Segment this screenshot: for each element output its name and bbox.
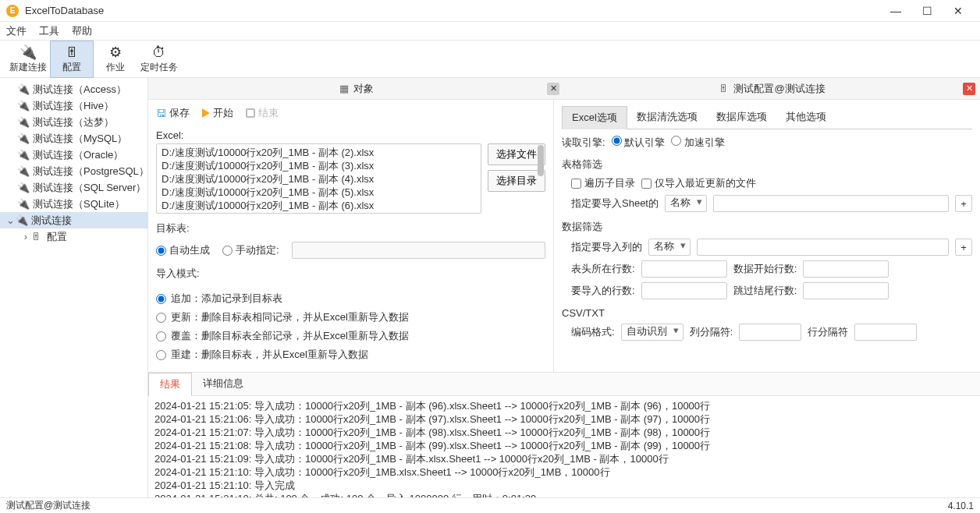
tab-result[interactable]: 结果 bbox=[148, 373, 192, 396]
tab-db-options[interactable]: 数据库选项 bbox=[707, 106, 776, 129]
plug-icon: 🔌 bbox=[17, 182, 28, 193]
file-row[interactable]: D:/速度测试/10000行x20列_1MB - 副本 (4).xlsx bbox=[162, 172, 476, 186]
plug-icon: 🔌 bbox=[17, 166, 28, 177]
sheet-spec-input[interactable] bbox=[713, 195, 949, 212]
add-sheet-button[interactable]: + bbox=[955, 195, 972, 212]
log-row: 2024-01-21 15:21:09: 导入成功：10000行x20列_1MB… bbox=[154, 452, 974, 465]
sidebar-item-dameng[interactable]: 🔌测试连接（达梦） bbox=[0, 114, 147, 130]
excel-label: Excel: bbox=[156, 129, 545, 141]
end-button[interactable]: 结束 bbox=[246, 106, 279, 120]
tab-detail[interactable]: 详细信息 bbox=[192, 373, 254, 395]
minimize-button[interactable]: — bbox=[880, 2, 911, 20]
toolbar-job[interactable]: ⚙作业 bbox=[94, 41, 137, 78]
col-sep-label: 列分隔符: bbox=[690, 325, 733, 339]
tab-excel-options[interactable]: Excel选项 bbox=[562, 106, 627, 129]
col-sep-input[interactable] bbox=[739, 324, 801, 341]
plug-icon: 🔌 bbox=[16, 215, 27, 226]
add-col-button[interactable]: + bbox=[955, 239, 972, 256]
target-manual-select[interactable] bbox=[292, 242, 545, 259]
encoding-select[interactable]: 自动识别 bbox=[621, 324, 684, 341]
tab-other-options[interactable]: 其他选项 bbox=[776, 106, 836, 129]
sidebar-item-test-connection[interactable]: ⌄🔌测试连接 bbox=[0, 212, 147, 228]
file-row[interactable]: D:/速度测试/10000行x20列_1MB - 副本 (6).xlsx bbox=[162, 199, 476, 212]
titlebar: E ExcelToDatabase — ☐ ✕ bbox=[0, 0, 980, 22]
sidebar-item-postgresql[interactable]: 🔌测试连接（PostgreSQL） bbox=[0, 163, 147, 179]
log-row: 2024-01-21 15:21:10: 导入完成 bbox=[154, 479, 974, 492]
file-row[interactable]: D:/速度测试/10000行x20列_1MB - 副本 (3).xlsx bbox=[162, 159, 476, 172]
tab-object[interactable]: ▦对象✕ bbox=[148, 78, 564, 99]
sheet-spec-label: 指定要导入Sheet的 bbox=[571, 196, 659, 211]
sliders-icon: 🎚 bbox=[719, 83, 729, 94]
menu-tools[interactable]: 工具 bbox=[39, 24, 59, 38]
target-auto-radio[interactable]: 自动生成 bbox=[156, 243, 210, 257]
plug-icon: 🔌 bbox=[17, 117, 28, 128]
play-icon bbox=[202, 108, 210, 118]
sidebar-item-hive[interactable]: 🔌测试连接（Hive） bbox=[0, 97, 147, 114]
data-start-label: 数据开始行数: bbox=[733, 262, 797, 276]
save-icon: 🖫 bbox=[156, 108, 166, 119]
subdir-checkbox[interactable]: 遍历子目录 bbox=[571, 176, 635, 190]
row-sep-input[interactable] bbox=[854, 324, 917, 341]
sliders-icon: 🎚 bbox=[31, 232, 42, 242]
chevron-down-icon: ⌄ bbox=[5, 214, 16, 226]
plug-icon: 🔌 bbox=[20, 44, 37, 61]
toolbar: 🔌新建连接 🎚配置 ⚙作业 ⏱定时任务 bbox=[0, 41, 980, 78]
data-filter-label: 数据筛选 bbox=[562, 220, 972, 234]
menu-file[interactable]: 文件 bbox=[6, 24, 27, 38]
toolbar-config[interactable]: 🎚配置 bbox=[50, 41, 94, 78]
choose-dir-button[interactable]: 选择目录 bbox=[488, 170, 545, 192]
mode-append-radio[interactable]: 追加：添加记录到目标表 bbox=[156, 292, 545, 306]
menu-help[interactable]: 帮助 bbox=[72, 24, 92, 38]
menubar: 文件 工具 帮助 bbox=[0, 22, 980, 41]
sidebar-item-access[interactable]: 🔌测试连接（Access） bbox=[0, 81, 147, 97]
option-tabs: Excel选项 数据清洗选项 数据库选项 其他选项 bbox=[562, 106, 972, 129]
sidebar: 🔌测试连接（Access） 🔌测试连接（Hive） 🔌测试连接（达梦） 🔌测试连… bbox=[0, 78, 148, 497]
log-row: 2024-01-21 15:21:08: 导入成功：10000行x20列_1MB… bbox=[154, 439, 974, 452]
file-row[interactable]: D:/速度测试/10000行x20列_1MB - 副本 (2).xlsx bbox=[162, 146, 476, 159]
tab-clean-options[interactable]: 数据清洗选项 bbox=[627, 106, 707, 129]
status-left: 测试配置@测试连接 bbox=[6, 499, 91, 512]
sidebar-item-mysql[interactable]: 🔌测试连接（MySQL） bbox=[0, 130, 147, 147]
gear-icon: ⚙ bbox=[109, 44, 122, 61]
stopwatch-icon: ⏱ bbox=[152, 44, 166, 61]
engine-fast-radio[interactable]: 加速引擎 bbox=[671, 136, 725, 150]
target-label: 目标表: bbox=[156, 221, 545, 235]
header-row-input[interactable] bbox=[641, 260, 727, 278]
sidebar-item-sqlserver[interactable]: 🔌测试连接（SQL Server） bbox=[0, 179, 147, 196]
plug-icon: 🔌 bbox=[17, 150, 28, 161]
toolbar-new-connection[interactable]: 🔌新建连接 bbox=[6, 41, 50, 78]
onlynew-checkbox[interactable]: 仅导入最近更新的文件 bbox=[641, 176, 756, 190]
close-button[interactable]: ✕ bbox=[943, 2, 974, 20]
version-label: 4.10.1 bbox=[948, 501, 974, 511]
close-icon[interactable]: ✕ bbox=[963, 83, 975, 95]
tab-test-config[interactable]: 🎚测试配置@测试连接✕ bbox=[564, 78, 980, 99]
mode-overwrite-radio[interactable]: 覆盖：删除目标表全部记录，并从Excel重新导入数据 bbox=[156, 329, 545, 343]
grid-icon: ▦ bbox=[339, 83, 349, 94]
maximize-button[interactable]: ☐ bbox=[911, 2, 943, 20]
toolbar-timer[interactable]: ⏱定时任务 bbox=[137, 41, 181, 78]
col-spec-label: 指定要导入列的 bbox=[571, 240, 642, 254]
row-sep-label: 行分隔符 bbox=[808, 325, 848, 339]
target-manual-radio[interactable]: 手动指定: bbox=[222, 243, 279, 257]
plug-icon: 🔌 bbox=[17, 133, 28, 144]
data-start-input[interactable] bbox=[803, 260, 889, 278]
col-spec-select[interactable]: 名称 bbox=[648, 239, 691, 256]
col-spec-input[interactable] bbox=[697, 239, 949, 256]
plug-icon: 🔌 bbox=[17, 199, 28, 210]
file-list[interactable]: D:/速度测试/10000行x20列_1MB - 副本 (2).xlsx D:/… bbox=[156, 143, 481, 214]
file-row[interactable]: D:/速度测试/10000行x20列_1MB - 副本 (5).xlsx bbox=[162, 186, 476, 199]
sidebar-item-config-node[interactable]: ›🎚配置 bbox=[16, 228, 147, 245]
choose-file-button[interactable]: 选择文件 bbox=[488, 143, 545, 165]
sidebar-item-sqlite[interactable]: 🔌测试连接（SQLite） bbox=[0, 196, 147, 212]
save-button[interactable]: 🖫保存 bbox=[156, 106, 190, 120]
log-output[interactable]: 2024-01-21 15:21:05: 导入成功：10000行x20列_1MB… bbox=[148, 396, 980, 497]
sidebar-item-oracle[interactable]: 🔌测试连接（Oracle） bbox=[0, 147, 147, 163]
mode-update-radio[interactable]: 更新：删除目标表相同记录，并从Excel重新导入数据 bbox=[156, 310, 545, 324]
sheet-spec-select[interactable]: 名称 bbox=[665, 195, 707, 212]
engine-default-radio[interactable]: 默认引擎 bbox=[612, 136, 666, 150]
close-icon[interactable]: ✕ bbox=[547, 83, 559, 95]
start-button[interactable]: 开始 bbox=[202, 106, 233, 120]
skip-tail-input[interactable] bbox=[803, 282, 889, 299]
import-rows-input[interactable] bbox=[641, 282, 727, 299]
mode-rebuild-radio[interactable]: 重建：删除目标表，并从Excel重新导入数据 bbox=[156, 348, 545, 362]
